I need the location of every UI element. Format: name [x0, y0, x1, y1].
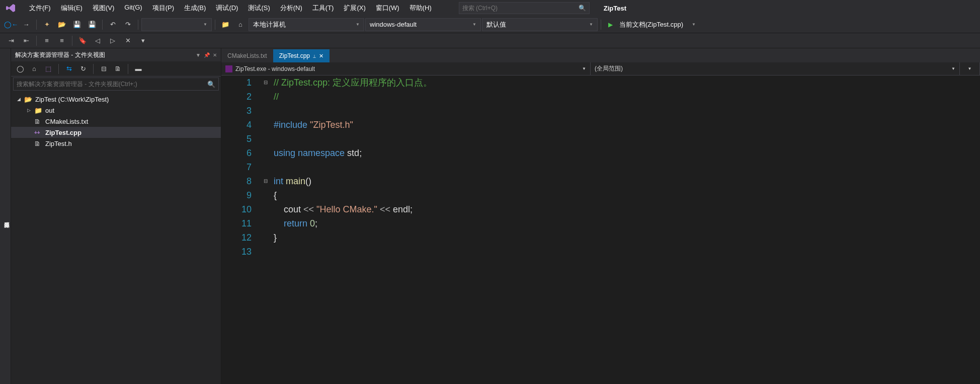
switch-view-icon[interactable]: ⬚	[42, 63, 54, 75]
outdent-button[interactable]: ⇤	[19, 34, 33, 48]
pin-icon[interactable]: 📌	[204, 52, 210, 58]
home-button[interactable]: ⌂	[233, 18, 248, 32]
menu-item[interactable]: 编辑(E)	[56, 2, 88, 15]
vs-logo-icon	[4, 1, 18, 15]
h-file-icon: 🗎	[34, 140, 43, 147]
tree-file-ziptest-h[interactable]: 🗎 ZipTest.h	[11, 138, 221, 149]
editor-area: CMakeLists.txt ZipTest.cpp ⟂ ✕ ZipTest.e…	[221, 48, 980, 384]
pin-icon[interactable]: ⟂	[313, 53, 316, 59]
tree-label: ZipTest.cpp	[45, 129, 81, 136]
home-icon[interactable]: ⌂	[28, 63, 40, 75]
menu-item[interactable]: 生成(B)	[179, 2, 211, 15]
menu-bar: 文件(F)编辑(E)视图(V)Git(G)项目(P)生成(B)调试(D)测试(S…	[0, 0, 980, 16]
tree-file-cmake[interactable]: 🗎 CMakeLists.txt	[11, 116, 221, 127]
tree-label: ZipTest (C:\Work\ZipTest)	[35, 96, 109, 103]
menu-item[interactable]: 窗口(W)	[371, 2, 404, 15]
server-explorer-tab[interactable]: 服务器资源	[0, 48, 11, 384]
toolbar-options-button[interactable]: ▾	[136, 34, 150, 48]
menu-item[interactable]: 分析(N)	[275, 2, 307, 15]
show-all-files-icon[interactable]: 🗎	[112, 63, 124, 75]
target-machine-dropdown[interactable]: 本地计算机▼	[249, 18, 364, 31]
text-editor-toolbar: ⇥ ⇤ ≡ ≡ 🔖 ◁ ▷ ✕ ▾	[0, 33, 980, 48]
project-context-dropdown[interactable]: ZipTest.exe - windows-default ▼	[221, 62, 591, 75]
menu-item[interactable]: 视图(V)	[88, 2, 119, 15]
build-config-dropdown[interactable]: 默认值▼	[482, 18, 598, 31]
folder-icon: 📁	[34, 107, 43, 114]
sync-icon[interactable]: ⇆	[63, 63, 75, 75]
back-icon[interactable]: ◯	[14, 63, 26, 75]
search-icon: 🔍	[579, 5, 586, 12]
next-bookmark-button[interactable]: ▷	[106, 34, 120, 48]
uncomment-button[interactable]: ≡	[55, 34, 69, 48]
explorer-search-input[interactable]	[17, 81, 207, 88]
tree-file-ziptest-cpp[interactable]: ++ ZipTest.cpp	[11, 127, 221, 138]
scope-context-dropdown[interactable]: (全局范围)▼	[591, 62, 960, 75]
menu-item[interactable]: 扩展(X)	[339, 2, 370, 15]
standard-toolbar: ◯← → ✦ 📂 💾 💾 ↶ ↷ ▼ 📁 ⌂ 本地计算机▼ windows-de…	[0, 16, 980, 33]
folder-open-icon: 📂	[24, 96, 33, 103]
collapse-all-icon[interactable]: ⊟	[98, 63, 110, 75]
tab-label: ZipTest.cpp	[279, 52, 310, 59]
solution-tree: ◢ 📂 ZipTest (C:\Work\ZipTest) ▷ 📁 out 🗎 …	[11, 92, 221, 151]
play-icon: ▶	[608, 21, 613, 28]
menu-item[interactable]: 项目(P)	[147, 2, 179, 15]
tree-folder-out[interactable]: ▷ 📁 out	[11, 105, 221, 116]
window-position-icon[interactable]: ▼	[196, 52, 201, 58]
undo-button[interactable]: ↶	[106, 18, 120, 32]
explorer-header: 解决方案资源管理器 - 文件夹视图 ▼ 📌 ✕	[11, 48, 221, 61]
file-icon: 🗎	[34, 118, 43, 125]
config-dropdown[interactable]: windows-default▼	[365, 18, 481, 31]
tab-label: CMakeLists.txt	[227, 52, 267, 59]
refresh-icon[interactable]: ↻	[77, 63, 89, 75]
bookmark-button[interactable]: 🔖	[75, 34, 90, 48]
menu-item[interactable]: Git(G)	[119, 2, 147, 15]
tree-root[interactable]: ◢ 📂 ZipTest (C:\Work\ZipTest)	[11, 94, 221, 105]
solution-explorer-panel: 解决方案资源管理器 - 文件夹视图 ▼ 📌 ✕ ◯ ⌂ ⬚ ⇆ ↻ ⊟ 🗎 ▬ …	[11, 48, 221, 384]
nav-fwd-button[interactable]: →	[19, 18, 33, 32]
expand-arrow-icon[interactable]: ▷	[27, 108, 34, 113]
line-number-gutter: 12345678910111213	[221, 75, 260, 384]
open-file-button[interactable]: 📂	[55, 18, 69, 32]
menu-item[interactable]: 测试(S)	[243, 2, 275, 15]
tree-label: out	[45, 107, 54, 114]
solution-name-label: ZipTest	[604, 5, 626, 12]
expand-arrow-icon[interactable]: ◢	[17, 97, 24, 102]
comment-button[interactable]: ≡	[40, 34, 54, 48]
document-tabs: CMakeLists.txt ZipTest.cpp ⟂ ✕	[221, 48, 980, 62]
properties-icon[interactable]: ▬	[132, 63, 144, 75]
nav-back-button[interactable]: ◯←	[4, 18, 18, 32]
menu-item[interactable]: 调试(D)	[211, 2, 243, 15]
member-context-dropdown[interactable]: ▼	[960, 62, 980, 75]
tab-ziptest-cpp[interactable]: ZipTest.cpp ⟂ ✕	[273, 49, 330, 62]
new-project-button[interactable]: ✦	[40, 18, 54, 32]
debug-target-dropdown[interactable]: ▶ 当前文档(ZipTest.cpp)▼	[604, 18, 700, 31]
explorer-search[interactable]: 🔍	[13, 78, 219, 91]
explorer-title: 解决方案资源管理器 - 文件夹视图	[15, 51, 105, 59]
save-all-button[interactable]: 💾	[85, 18, 99, 32]
solution-config-dropdown[interactable]: ▼	[141, 18, 212, 31]
prev-bookmark-button[interactable]: ◁	[91, 34, 105, 48]
save-button[interactable]: 💾	[70, 18, 84, 32]
cpp-file-icon: ++	[34, 130, 43, 135]
search-input[interactable]	[462, 5, 579, 12]
navigation-bar: ZipTest.exe - windows-default ▼ (全局范围)▼ …	[221, 62, 980, 75]
search-icon: 🔍	[207, 81, 215, 88]
redo-button[interactable]: ↷	[121, 18, 135, 32]
clear-bookmarks-button[interactable]: ✕	[121, 34, 135, 48]
menu-item[interactable]: 文件(F)	[24, 2, 56, 15]
close-icon[interactable]: ✕	[319, 53, 323, 59]
code-content[interactable]: // ZipTest.cpp: 定义应用程序的入口点。//#include "Z…	[272, 75, 980, 384]
open-folder-button[interactable]: 📁	[218, 18, 232, 32]
close-icon[interactable]: ✕	[213, 52, 217, 58]
app-icon	[225, 65, 232, 72]
explorer-toolbar: ◯ ⌂ ⬚ ⇆ ↻ ⊟ 🗎 ▬	[11, 61, 221, 76]
code-editor[interactable]: 12345678910111213 ⊟⊟ // ZipTest.cpp: 定义应…	[221, 75, 980, 384]
tree-label: ZipTest.h	[45, 140, 72, 147]
quick-launch-search[interactable]: 🔍	[459, 2, 590, 14]
tab-cmakelists[interactable]: CMakeLists.txt	[221, 49, 273, 62]
menu-item[interactable]: 帮助(H)	[404, 2, 437, 15]
tree-label: CMakeLists.txt	[45, 118, 88, 125]
fold-margin[interactable]: ⊟⊟	[260, 75, 272, 384]
menu-item[interactable]: 工具(T)	[307, 2, 339, 15]
indent-button[interactable]: ⇥	[4, 34, 18, 48]
